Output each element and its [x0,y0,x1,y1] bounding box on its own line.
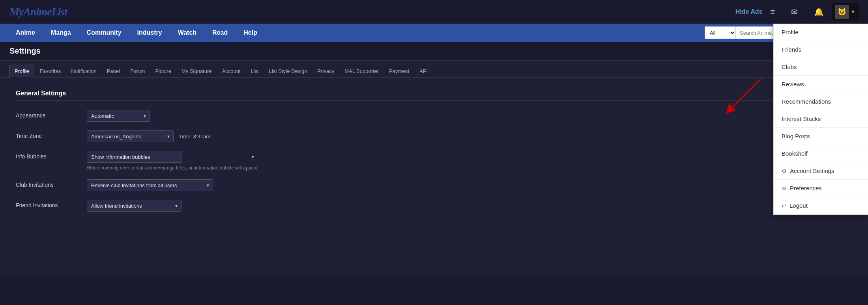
timezone-control-row: America/Los_Angeles America/New_York Eur… [87,130,210,142]
dropdown-item-label: Logout [789,202,808,209]
setting-row-timezone: Time Zone America/Los_Angeles America/Ne… [16,130,852,142]
chevron-down-icon: ▼ [251,155,255,159]
dropdown-item-profile[interactable]: Profile [774,24,868,41]
main-content: General Settings Appearance Automatic Li… [0,78,868,275]
setting-row-appearance: Appearance Automatic Light Dark ▼ [16,110,852,122]
appearance-control: Automatic Light Dark ▼ [87,110,150,122]
dropdown-item-label: Recommendations [782,98,831,105]
timezone-control: America/Los_Angeles America/New_York Eur… [87,130,210,142]
settings-title: Settings [9,46,859,56]
dropdown-item-friends[interactable]: Friends [774,41,868,58]
info-bubbles-hint: When hovering over certain anime/manga t… [87,165,258,171]
list-icon-button[interactable]: ≡ [769,6,776,18]
dropdown-item-preferences[interactable]: ⚙ Preferences [774,180,868,197]
dropdown-item-logout[interactable]: ↩ Logout [774,197,868,214]
friend-invitations-select-wrapper: Allow friend invitations Don't allow fri… [87,200,181,212]
hide-ads-button[interactable]: Hide Ads [735,8,763,15]
tab-my-signature[interactable]: My Signature [177,65,217,78]
nav-divider [783,6,783,17]
info-bubbles-select[interactable]: Show information bubbles Hide informatio… [87,151,181,163]
settings-header: Settings [0,42,868,61]
dropdown-item-interest-stacks[interactable]: Interest Stacks [774,110,868,128]
site-logo: MyAnimeList [9,6,67,18]
nav-item-watch[interactable]: Watch [172,25,203,40]
dropdown-item-label: Clubs [782,63,797,70]
setting-row-club-invitations: Club Invitations Receive club invitation… [16,179,852,191]
dropdown-item-recommendations[interactable]: Recommendations [774,93,868,110]
dropdown-item-label: Account Settings [790,167,834,174]
settings-tabs: Profile Favorites Notification Panel For… [0,61,868,78]
dropdown-item-blog-posts[interactable]: Blog Posts [774,128,868,145]
tab-privacy[interactable]: Privacy [313,65,339,78]
list-icon: ≡ [770,7,775,16]
nav-item-community[interactable]: Community [80,25,128,40]
dropdown-item-bookshelf[interactable]: Bookshelf [774,145,868,162]
nav-divider-2 [806,6,806,17]
tab-mal-supporter[interactable]: MAL Supporter [340,65,383,78]
tab-list-style-design[interactable]: List Style Design [264,65,312,78]
nav-item-manga[interactable]: Manga [45,25,77,40]
avatar-icon: 🐱 [838,7,846,16]
top-nav-right: Hide Ads ≡ ✉ 🔔 🐱 ▼ [735,3,859,20]
tab-picture[interactable]: Picture [150,65,176,78]
nav-item-help[interactable]: Help [237,25,264,40]
user-menu-button[interactable]: 🐱 ▼ [832,3,859,20]
bell-icon: 🔔 [814,7,824,16]
tab-panel[interactable]: Panel [102,65,125,78]
search-category-select[interactable]: All Anime Manga People [705,26,735,39]
friend-invitations-select[interactable]: Allow friend invitations Don't allow fri… [87,200,181,212]
timezone-select-wrapper: America/Los_Angeles America/New_York Eur… [87,130,174,142]
nav-item-read[interactable]: Read [206,25,234,40]
dropdown-item-label: Reviews [782,81,804,87]
tab-payment[interactable]: Payment [384,65,414,78]
nav-item-anime[interactable]: Anime [9,25,41,40]
chevron-down-icon: ▼ [851,9,855,15]
setting-row-friend-invitations: Friend Invitations Allow friend invitati… [16,200,852,212]
gear-icon: ⚙ [782,168,787,174]
timezone-label: Time Zone [16,130,79,139]
top-nav: MyAnimeList Hide Ads ≡ ✉ 🔔 🐱 ▼ [0,0,868,24]
dropdown-item-label: Interest Stacks [782,115,821,122]
mail-button[interactable]: ✉ [789,6,799,18]
dropdown-item-clubs[interactable]: Clubs [774,58,868,76]
appearance-label: Appearance [16,110,79,119]
friend-invitations-control: Allow friend invitations Don't allow fri… [87,200,181,212]
dropdown-item-reviews[interactable]: Reviews [774,76,868,93]
dropdown-item-label: Blog Posts [782,133,810,139]
club-invitations-select[interactable]: Receive club invitations from all users … [87,179,213,191]
tab-forum[interactable]: Forum [125,65,150,78]
appearance-select-wrapper: Automatic Light Dark ▼ [87,110,150,122]
tab-favorites[interactable]: Favorites [35,65,65,78]
dropdown-item-label: Bookshelf [782,150,808,157]
setting-row-info-bubbles: Info Bubbles Show information bubbles Hi… [16,151,852,171]
avatar: 🐱 [835,5,849,19]
club-invitations-select-wrapper: Receive club invitations from all users … [87,179,213,191]
tab-list[interactable]: List [246,65,264,78]
current-time-label: Time: 8:31am [179,134,210,139]
club-invitations-control: Receive club invitations from all users … [87,179,213,191]
timezone-select[interactable]: America/Los_Angeles America/New_York Eur… [87,130,174,142]
bell-button[interactable]: 🔔 [812,6,825,18]
tab-profile[interactable]: Profile [9,65,34,78]
friend-invitations-label: Friend Invitations [16,200,79,208]
mail-icon: ✉ [791,7,798,16]
user-dropdown-menu: Profile Friends Clubs Reviews Recommenda… [773,24,868,215]
info-bubbles-label: Info Bubbles [16,151,79,160]
nav-item-industry[interactable]: Industry [131,25,168,40]
info-bubbles-select-wrapper: Show information bubbles Hide informatio… [87,151,258,163]
dropdown-item-label: Friends [782,46,801,53]
logout-icon: ↩ [782,203,786,209]
tab-account[interactable]: Account [217,65,245,78]
info-bubbles-control: Show information bubbles Hide informatio… [87,151,258,171]
dropdown-item-account-settings[interactable]: ⚙ Account Settings [774,162,868,180]
tab-notification[interactable]: Notification [66,65,101,78]
appearance-select[interactable]: Automatic Light Dark [87,110,150,122]
section-title: General Settings [16,90,852,100]
gear-icon: ⚙ [782,185,787,192]
dropdown-item-label: Profile [782,29,799,35]
club-invitations-label: Club Invitations [16,179,79,188]
tab-api[interactable]: API [415,65,432,78]
dropdown-item-label: Preferences [790,185,822,192]
blue-nav: Anime Manga Community Industry Watch Rea… [0,24,868,42]
